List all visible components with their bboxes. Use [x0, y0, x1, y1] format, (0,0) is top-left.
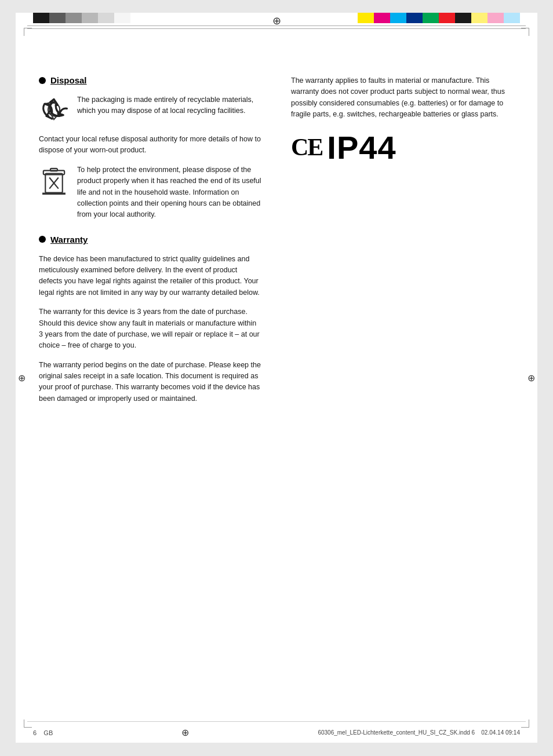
color-swatch — [374, 13, 390, 23]
warranty-heading: Warranty — [39, 235, 262, 244]
ip44-rating: IP44 — [327, 129, 396, 166]
color-swatch — [487, 13, 504, 23]
registration-mark-left: ⊕ — [18, 372, 26, 384]
warranty-para2: The warranty for this device is 3 years … — [39, 306, 262, 352]
contact-text: Contact your local refuse disposal autho… — [39, 134, 262, 156]
color-swatch — [406, 13, 423, 23]
color-strip-left — [33, 13, 130, 23]
main-content: Disposal — [16, 41, 537, 436]
footer-page-info: 6 GB — [33, 729, 53, 736]
packaging-block: The packaging is made entirely of recycl… — [39, 94, 262, 125]
footer-divider — [27, 721, 526, 722]
packaging-text: The packaging is made entirely of recycl… — [77, 94, 262, 117]
svg-rect-5 — [42, 192, 66, 194]
language-code: GB — [43, 729, 53, 736]
warranty-intro-text: The warranty applies to faults in materi… — [291, 75, 514, 120]
document-page: ⊕ ⊕ ⊕ Disposal — [16, 13, 537, 743]
bullet-icon — [39, 77, 46, 84]
disposal-title: Disposal — [50, 75, 87, 85]
color-swatch — [455, 13, 471, 23]
color-swatch — [423, 13, 439, 23]
recycle-symbol-icon — [40, 96, 68, 123]
footer-reg-mark: ⊕ — [181, 727, 189, 738]
warranty-bullet-icon — [39, 236, 46, 243]
disposal-heading: Disposal — [39, 75, 262, 85]
corner-mark-tl — [24, 28, 32, 36]
environment-block: To help protect the environment, please … — [39, 165, 262, 221]
top-color-bar: ⊕ — [16, 13, 537, 23]
color-swatch — [471, 13, 487, 23]
color-swatch — [504, 13, 520, 23]
color-swatch — [66, 13, 82, 23]
registration-mark-right: ⊕ — [527, 372, 535, 384]
color-swatch — [358, 13, 374, 23]
color-swatch — [82, 13, 98, 23]
color-swatch — [390, 13, 406, 23]
footer-file-info: 60306_mel_LED-Lichterkette_content_HU_SI… — [318, 729, 520, 736]
color-swatch — [33, 13, 49, 23]
environment-text: To help protect the environment, please … — [77, 165, 262, 221]
color-swatch — [114, 13, 130, 23]
color-swatch — [49, 13, 66, 23]
footer: 6 GB ⊕ 60306_mel_LED-Lichterkette_conten… — [16, 722, 537, 743]
page-number: 6 — [33, 729, 37, 736]
color-swatch — [98, 13, 114, 23]
weee-icon — [41, 165, 67, 195]
registration-mark-top: ⊕ — [271, 15, 282, 27]
left-column: Disposal — [39, 75, 268, 412]
right-column: The warranty applies to faults in materi… — [285, 75, 514, 412]
top-rule-2 — [27, 28, 526, 29]
color-swatch — [439, 13, 455, 23]
ip44-block: CE IP44 — [291, 129, 514, 166]
filename: 60306_mel_LED-Lichterkette_content_HU_SI… — [318, 729, 475, 736]
date: 02.04.14 09:14 — [481, 729, 520, 736]
warranty-para1: The device has been manufactured to stri… — [39, 254, 262, 299]
corner-mark-tr — [521, 28, 529, 36]
svg-rect-2 — [50, 169, 57, 171]
warranty-para3: The warranty period begins on the date o… — [39, 360, 262, 405]
weee-icon-container — [39, 165, 69, 195]
color-strip-right — [358, 13, 520, 23]
ce-mark: CE — [291, 133, 322, 161]
warranty-title: Warranty — [50, 235, 88, 244]
recycle-icon-container — [39, 94, 69, 125]
